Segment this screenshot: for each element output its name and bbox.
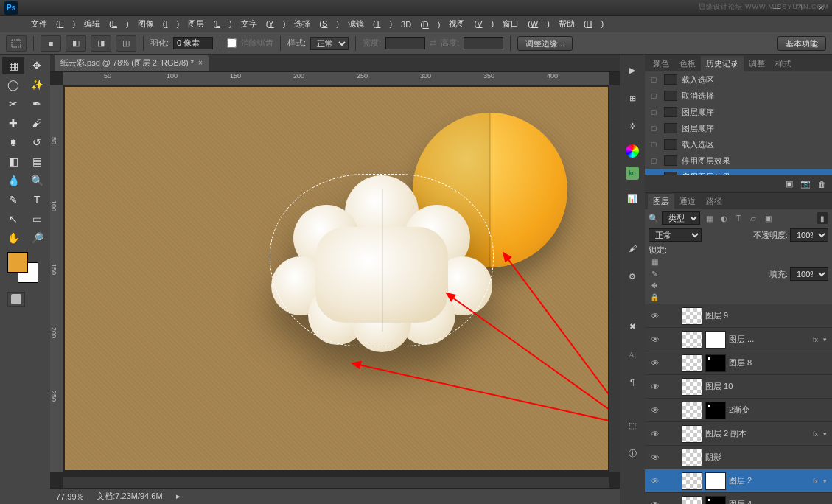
fill-input[interactable]: 100%	[790, 267, 828, 281]
history-item[interactable]: ▢停用图层效果	[645, 153, 832, 169]
feather-input[interactable]	[173, 37, 213, 49]
document-tab[interactable]: 纸云彩.psd @ 78% (图层 2, RGB/8) * ×	[55, 55, 209, 71]
refine-edge-button[interactable]: 调整边缘...	[517, 36, 573, 51]
flyout-icon[interactable]: ▸	[176, 491, 181, 501]
path-select-tool[interactable]: ↖	[2, 210, 24, 228]
eraser-tool[interactable]: ◧	[2, 153, 24, 170]
layer-label[interactable]: 图层 4 ...	[729, 499, 829, 504]
menu-file[interactable]: 文件(F)	[31, 18, 75, 29]
brush-tool[interactable]: 🖌	[26, 114, 48, 132]
layer-label[interactable]: 图层 10	[705, 381, 829, 392]
zoom-tool[interactable]: 🔎	[26, 229, 48, 247]
history-item[interactable]: ▢载入选区	[645, 136, 832, 153]
layer-row[interactable]: 👁图层 8	[645, 351, 832, 375]
history-brush-tool[interactable]: ↺	[26, 133, 48, 151]
layer-label[interactable]: 阴影	[705, 452, 829, 463]
lock-pos-icon[interactable]: ✥	[649, 279, 660, 291]
3d-icon[interactable]: ⬚	[623, 416, 642, 435]
menu-select[interactable]: 选择(S)	[294, 18, 339, 29]
filter-kind-select[interactable]: 类型	[662, 211, 700, 225]
layer-thumb[interactable]	[682, 402, 702, 419]
layers-list[interactable]: 👁图层 9👁图层 ...fx▾👁图层 8👁图层 10👁2渐变👁图层 2 副本fx…	[645, 304, 832, 504]
visibility-icon[interactable]: 👁	[648, 382, 663, 392]
layer-thumb[interactable]	[682, 496, 702, 505]
layer-row[interactable]: 👁图层 4 ...	[645, 493, 832, 504]
layer-label[interactable]: 图层 8	[729, 357, 829, 368]
menu-3d[interactable]: 3D(D)	[401, 20, 440, 29]
visibility-icon[interactable]: 👁	[648, 335, 663, 345]
lasso-tool[interactable]: ◯	[2, 76, 24, 94]
layer-fx-badge[interactable]: fx	[813, 430, 818, 438]
layer-row[interactable]: 👁图层 9	[645, 304, 832, 328]
layer-thumb[interactable]	[682, 307, 702, 325]
layer-thumb[interactable]	[682, 378, 702, 396]
tab-history[interactable]: 历史记录	[701, 56, 744, 71]
layer-label[interactable]: 图层 ...	[729, 334, 810, 345]
visibility-icon[interactable]: 👁	[648, 452, 663, 463]
heal-tool[interactable]: ✚	[2, 114, 24, 132]
antialias-checkbox[interactable]	[227, 38, 237, 48]
foreground-color-swatch[interactable]	[7, 252, 28, 273]
layer-row[interactable]: 👁图层 2 副本fx▾	[645, 422, 832, 446]
layer-label[interactable]: 图层 2	[729, 475, 810, 486]
layer-row[interactable]: 👁阴影	[645, 446, 832, 469]
menu-type[interactable]: 文字(Y)	[241, 18, 286, 29]
layer-fx-badge[interactable]: fx	[813, 477, 818, 485]
marquee-tool[interactable]: ▦	[2, 57, 24, 74]
gradient-tool[interactable]: ▤	[26, 153, 48, 170]
history-item[interactable]: ▢载入选区	[645, 71, 832, 88]
color-swatches[interactable]	[1, 252, 38, 289]
tab-color[interactable]: 颜色	[648, 56, 674, 71]
add-selection-icon[interactable]: ◧	[66, 35, 86, 52]
filter-shape-icon[interactable]: ▱	[747, 212, 759, 224]
color-wheel-icon[interactable]	[626, 144, 639, 158]
new-selection-icon[interactable]: ■	[41, 35, 61, 52]
layer-row[interactable]: 👁图层 ...fx▾	[645, 328, 832, 351]
compass-icon[interactable]: ✲	[623, 116, 642, 136]
filter-toggle-icon[interactable]: ▮	[817, 212, 828, 224]
visibility-icon[interactable]: 👁	[648, 358, 663, 368]
chevron-down-icon[interactable]: ▾	[823, 477, 827, 485]
layer-label[interactable]: 图层 2 副本	[705, 428, 810, 439]
filter-type-icon[interactable]: T	[733, 212, 744, 224]
layer-row[interactable]: 👁图层 2fx▾	[645, 469, 832, 493]
filter-icon[interactable]: 🔍	[649, 214, 659, 223]
filter-pixel-icon[interactable]: ▦	[703, 212, 715, 224]
settings-icon[interactable]: ⚙	[623, 267, 642, 286]
play-icon[interactable]: ▶	[623, 60, 642, 80]
doc-info[interactable]: 文档:7.23M/94.6M	[97, 491, 162, 502]
menu-layer[interactable]: 图层(L)	[188, 18, 231, 29]
layer-thumb[interactable]	[682, 472, 702, 490]
menu-image[interactable]: 图像(I)	[138, 18, 179, 29]
move-tool[interactable]: ✥	[26, 57, 48, 74]
layer-thumb[interactable]	[682, 331, 702, 349]
intersect-selection-icon[interactable]: ◫	[116, 35, 136, 52]
history-item[interactable]: ▢取消选择	[645, 88, 832, 104]
blend-mode-select[interactable]: 正常	[649, 228, 702, 242]
chevron-down-icon[interactable]: ▾	[823, 336, 827, 343]
tab-adjust[interactable]: 调整	[744, 56, 770, 71]
history-item[interactable]: ▢启用图层效果	[645, 169, 832, 175]
layer-row[interactable]: 👁图层 10	[645, 375, 832, 399]
tab-paths[interactable]: 路径	[701, 194, 727, 209]
layer-thumb[interactable]	[682, 425, 702, 443]
kuler-icon[interactable]: ku	[626, 167, 639, 180]
menu-help[interactable]: 帮助(H)	[559, 18, 604, 29]
layer-thumb[interactable]	[705, 331, 726, 349]
quickmask-button[interactable]	[7, 292, 25, 307]
tool-preset-icon[interactable]	[6, 35, 27, 52]
stamp-tool[interactable]: ⧯	[2, 133, 24, 151]
visibility-icon[interactable]: 👁	[648, 476, 663, 486]
visibility-icon[interactable]: 👁	[648, 405, 663, 416]
menu-edit[interactable]: 编辑(E)	[84, 18, 129, 29]
layer-label[interactable]: 图层 9	[705, 310, 829, 321]
lock-all-icon[interactable]: 🔒	[649, 291, 660, 303]
shape-tool[interactable]: ▭	[26, 210, 48, 228]
info-icon[interactable]: ⓘ	[623, 444, 642, 463]
layer-thumb[interactable]	[682, 354, 702, 372]
layer-thumb[interactable]	[682, 449, 702, 466]
hand-tool[interactable]: ✋	[2, 229, 24, 247]
history-item[interactable]: ▢图层顺序	[645, 104, 832, 120]
crop-tool[interactable]: ✂	[2, 95, 24, 113]
horizontal-scrollbar[interactable]	[63, 477, 609, 488]
